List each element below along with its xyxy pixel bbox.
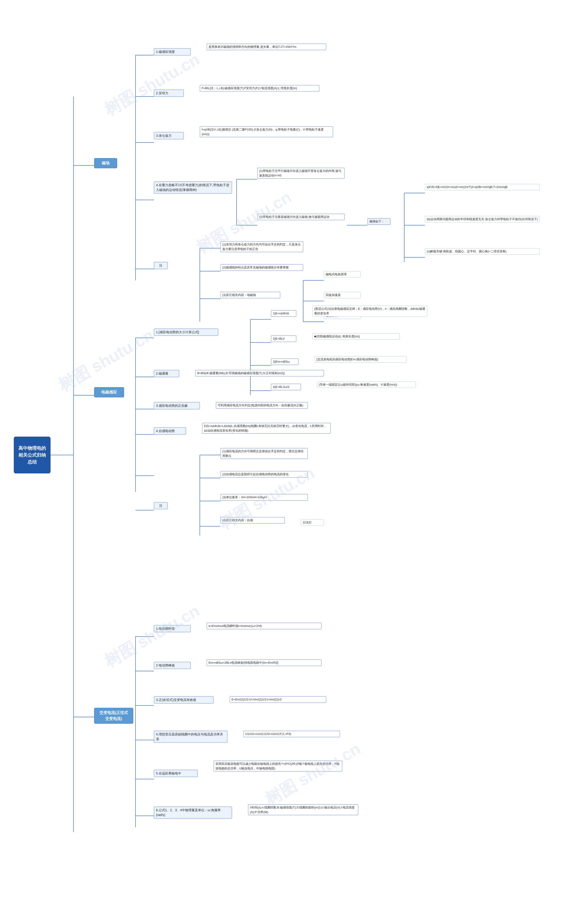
node-guilv-b: (b)运动周期与圆周运动的半径和线速度无关,洛仑兹力对带电粒子不做功(任何情况下… (425, 216, 540, 222)
section-dianci: 电磁感应 (94, 387, 124, 397)
node-shudian-content: 采用高压输送电能可以减少电能在输电线上的损失?=(P/U)2R;(P输?:输电线… (214, 761, 342, 772)
node-e4: 4)E=BL2ω/2 (271, 384, 301, 390)
node-e4-content: (导体一端固定以ω旋转切割)(ω:角速度(rad/s)、V:速度(m/s)) (317, 382, 416, 388)
node-e3: 3)Em=nBSω (271, 359, 299, 365)
node-danwei: 6.公式1、2、3、4中物理量及单位：ω:角频率(rad/s) (154, 806, 232, 819)
node-huixuan: 回旋加速器 (324, 292, 361, 298)
node-bianya-content: U1/U2=n1/n2;I1/I2=n2/n2;P入=P出 (244, 731, 340, 737)
node-zhu-d4: (4)其它相关内容：自感 (220, 517, 285, 523)
node-e1: 1)E=nΔΦ/Δt (271, 310, 296, 317)
node-fengjian: 2.电动势峰值 (154, 662, 191, 669)
node-fengjian-content: Em=nBSω=2BLv电流峰值(纯电阻电路中)Im=Em/R总 (207, 659, 322, 666)
node-pingxing: (1)带电粒子沿平行磁场方向进入磁场不受洛仑兹力的作用,做匀速直线运动V=V0 (257, 168, 344, 179)
node-guilv-a: a)F向=f洛=mV2/r=mu2r=mr(2π/T)2=qVBr=mV/qB;… (425, 184, 540, 190)
node-e2-content: ■(切割磁感线运动)(L:有效长度(m)) (312, 333, 400, 340)
node-youxiao-content: E=Em/(2)1/2;U=Um/(2)1/2;I=Im/(2)1/2 (230, 696, 326, 703)
node-zhu-c1: (1)安培力和洛仑兹力的方向均可由左手定则判定，只是洛仑兹力要注意带电粒子的正负 (220, 241, 303, 252)
node-dcibiao: 磁电式电表原理 (324, 271, 361, 277)
node-guilv-c: (c)解题关键:画轨迹、找圆心、定半径、圆心角(=二倍弦张角) (425, 248, 540, 255)
node-citongliang: 2.磁通量 (154, 370, 179, 377)
node-zhengfuji-content: 可利用感应电流方向判定(电源内部的电流方向：由负极流向正极) (216, 402, 308, 409)
node-shudian: 5.在远距离输电中 (154, 770, 197, 777)
node-zhu-d1: (1)感应电流的方向可用楞次定律或右手定则判定，楞次定律应用要点 (220, 448, 308, 459)
node-danwei-content: t:时间(s);n:线圈匝数;B:磁感强度(T);S:线圈的面积(m2);U:输… (248, 804, 358, 815)
node-zhu-cichang: 注 (154, 262, 168, 269)
node-zhu-d3: (3)单位换算：1H=103mH=106μH (220, 494, 308, 501)
node-anpei: 2.安培力 (154, 89, 184, 97)
node-zigansying: 4.自感电动势 (154, 428, 186, 435)
node-anpei-content: F=BIL(注：L⊥B);磁感应强度(T);F安培力(F);I:电流强度(A);… (200, 85, 319, 91)
node-zhengfuji: 3.感应电动势的正负极 (154, 402, 200, 409)
node-bianya: 4.理想变压器原副线圈中的电压与电流及功率关系 (154, 731, 227, 743)
node-guilv: 规律如下： (368, 218, 391, 225)
node-dianyi: 1.电压瞬时值 (154, 625, 191, 632)
node-luolunzi-content: f=qVB(注V⊥B);频谱仪 (见第二册P155) (f:洛仑兹力(N)，q:… (200, 127, 333, 137)
node-e1-content: (普适公式)法拉第电磁感应定律；E：感应电动势(V)，n：感应线圈匝数，ΔΦ/Δ… (312, 305, 427, 316)
node-rguangdeng: 日光灯 (301, 519, 324, 526)
node-dianyi-content: e=Emsinωt电流瞬时值i=Imsinut;(ω=2πf) (207, 623, 322, 629)
node-zigansying-content: E自=nΔΦ/Δt=LΔI/Δt(L:自感系数(H)(线圈L有铁芯比无铁芯时要大… (202, 423, 331, 434)
mindmap-page: 高中物理电的相关公式归纳总结 磁场 1.磁感应强度 是用来表示磁场的强弱和方向的… (7, 5, 581, 896)
node-youxiao: 3.正(余弦式)交变电流有效值 (154, 696, 214, 703)
section-jiaobianlidian: 交变电流(正弦式交变电流) (94, 708, 133, 723)
node-zhu-dianci: 注 (154, 502, 168, 509)
node-daidian: 4.在重力忽略不计(不考虑重力)的情况下,带电粒子进入磁场的运动情况(掌握两种) (154, 182, 232, 194)
node-luolunzi: 3.洛仑兹力 (154, 132, 184, 139)
node-cigan-content: 是用来表示磁场的强弱和方向的物理量,是矢量，单位T,1T=1N/A?m (207, 44, 326, 50)
node-cigan-qiangdu: 1.磁感应强度 (154, 48, 191, 55)
node-citongliang-content: Φ=BS(Φ:磁通量(Wb),B:写强磁场的磁感应强度(T),S:正对面积(m2… (195, 370, 324, 376)
node-zhu-c2: (2)磁感线的特点及其常见磁场的磁感线分布要掌握 (220, 264, 303, 271)
node-zhu-c3: (3)其它相关内容：地磁场 (220, 292, 280, 298)
node-e3-content: [交流发电机的感应电动势]Em:感应电动势峰值} (315, 356, 407, 363)
section-cichang: 磁场 (94, 158, 117, 168)
node-zhu-d2: (2)自感电流总是阻碍引起自感电动势的电流的变化 (220, 471, 308, 478)
root-node: 高中物理电的相关公式归纳总结 (14, 437, 50, 473)
node-gansying-gongshi: 1.[感应电动势的大小计算公式] (154, 329, 218, 336)
node-chuizhi: (2)带电粒子沿垂直磁场方向进入磁场:做匀速圆周运动 (257, 214, 344, 220)
node-e2: 2)E=BLV (271, 335, 296, 342)
